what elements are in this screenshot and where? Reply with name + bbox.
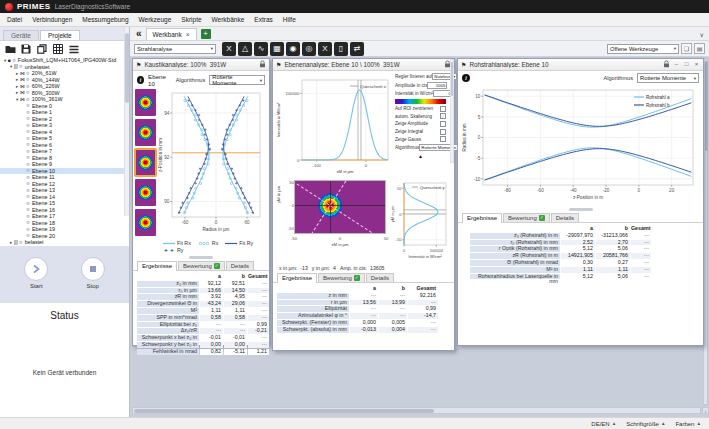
chevron-down-icon[interactable]: ∨ (700, 31, 709, 40)
table-row[interactable]: SPP in mm*mrad0,580,58--- (137, 315, 269, 321)
minimize-icon[interactable]: – (673, 61, 680, 68)
scroll-right-arrow-icon[interactable]: › (702, 407, 709, 414)
table-row[interactable]: Schwerpkt. (Fenster) in mm0,0000,005--- (277, 320, 454, 326)
menu-skripte[interactable]: Skripte (176, 14, 206, 25)
table-row[interactable]: z₀ (Rohstrahl) in m-29097,970-31213,066-… (470, 233, 703, 239)
autom-skalierung-checkbox[interactable]: ✓ (440, 113, 446, 119)
table-row[interactable]: z in mm------92,216 (277, 293, 454, 299)
menu-messumgebung[interactable]: Messumgebung (77, 14, 133, 25)
tab-geraete[interactable]: Geräte (3, 30, 39, 40)
cross-section-y-chart[interactable]: 0100000500-50Intensität in W/cm²yM in µm… (390, 179, 452, 263)
rohstrahl-window-header[interactable]: ⚑ Rohstrahlanalyse: Ebene 10 – □ × (458, 59, 703, 71)
ring-tool-icon[interactable]: ◎ (302, 42, 316, 56)
zeige-integral-checkbox[interactable] (440, 129, 446, 135)
table-row[interactable]: M²1,111,11--- (137, 308, 269, 314)
beam-intensity-map[interactable] (294, 180, 386, 234)
roi-zentrieren-checkbox[interactable] (440, 106, 446, 112)
tab-details[interactable]: Details (551, 213, 579, 222)
menu-datei[interactable]: Datei (2, 14, 27, 25)
start-button[interactable] (24, 257, 48, 281)
tree-item[interactable]: ▾■⚙FokusShift_LQM+H17064_IPG400W-Std (0, 57, 129, 64)
tab-ergebnisse[interactable]: Ergebnisse (137, 261, 177, 271)
controls-scrollbar[interactable] (450, 59, 454, 163)
tree-scrollbar[interactable] (124, 27, 129, 216)
collapse-controls-icon[interactable]: ▲ (395, 153, 446, 159)
algorithmus-select[interactable]: Rotierte Momente▾ (419, 144, 461, 151)
kaustik-algorithm-select[interactable]: Rotierte Momente▾ (209, 75, 265, 85)
analysis-type-select[interactable]: Strahlanalyse▾ (134, 44, 216, 54)
plane-thumbnail[interactable] (135, 149, 156, 176)
zeige-amplitude-checkbox[interactable] (440, 121, 446, 127)
tab-bewertung[interactable]: Bewertung✓ (503, 213, 550, 222)
table-row[interactable]: Schwerpkt. (absolut) in mm-0,0130,004--- (277, 327, 454, 333)
close-tab-icon[interactable]: × (186, 31, 190, 38)
plane-thumbnail[interactable] (135, 209, 156, 236)
zeige-gauss-checkbox[interactable] (440, 136, 446, 142)
statusbar-fontsize[interactable]: Schriftgröße▲ (626, 421, 665, 427)
splitter-handle[interactable] (569, 208, 593, 211)
close-icon[interactable]: × (693, 61, 700, 68)
tab-projekte[interactable]: Projekte (40, 30, 80, 40)
tree-item[interactable]: ▸|||⚙belastet (0, 239, 129, 246)
table-row[interactable]: z₀ in mm92,1292,51--- (137, 281, 269, 287)
folder-icon[interactable] (4, 43, 16, 55)
menu-werkbaenke[interactable]: Werkbänke (207, 14, 250, 25)
tab-ergebnisse[interactable]: Ergebnisse (277, 273, 317, 283)
caustic-chart[interactable]: -60060909294Radius in µmz-Position in mm (158, 89, 266, 239)
tab-details[interactable]: Details (226, 261, 254, 270)
table-row[interactable]: Elliptizität bei z₀------0,99 (137, 322, 269, 328)
table-row[interactable]: Θ (Rohstrahl) in mrad0,300,27--- (470, 260, 703, 266)
cross-section-x-chart[interactable]: -10000100000xM in µmIntensität in W/cm²Q… (276, 73, 394, 177)
tab-ergebnisse[interactable]: Ergebnisse (462, 213, 502, 223)
tab-bewertung[interactable]: Bewertung✓ (318, 273, 365, 282)
table-row[interactable]: Fehlwinkel in mrad0,82-5,111,21 (137, 349, 269, 355)
table-icon[interactable] (52, 43, 64, 55)
menu-verbindungen[interactable]: Verbindungen (27, 14, 77, 25)
splitter-handle[interactable] (189, 256, 213, 259)
plane-thumbnail[interactable] (135, 179, 156, 206)
table-row[interactable]: r₀ in µm13,6614,50--- (137, 288, 269, 294)
bars-tool-icon[interactable]: ▯ (334, 42, 348, 56)
save-icon[interactable] (20, 43, 32, 55)
table-row[interactable]: Rohstrahlradius bei Laserquelle in mm5,1… (470, 274, 703, 280)
beam-map[interactable]: yM in µm 50 0 -50 -50 0 50 xM in µm (276, 179, 390, 263)
sliders-tool-icon[interactable]: ⇄ (350, 42, 364, 56)
grid-tool-icon[interactable]: ▦ (270, 42, 284, 56)
target-tool-icon[interactable]: ◉ (286, 42, 300, 56)
table-row[interactable]: M² in1,111,11--- (470, 267, 703, 273)
x-axis-tool-icon[interactable]: X (222, 42, 236, 56)
add-workbench-button[interactable]: + (201, 29, 211, 39)
plane-thumbnail[interactable] (135, 119, 156, 146)
copy-icon[interactable] (36, 43, 48, 55)
info-icon[interactable]: i (137, 76, 144, 84)
open-tools-select[interactable]: Offene Werkzeuge▾ (607, 44, 679, 54)
prism-tool-icon[interactable]: △ (238, 42, 252, 56)
window-tile-icon[interactable]: ▤ (694, 43, 705, 54)
ebenen-window-header[interactable]: ⚑ Ebenenanalyse: Ebene 10 \ 100%_391W (273, 59, 454, 71)
table-row[interactable]: Divergenzwinkel Θ in mrad43,2429,06--- (137, 301, 269, 307)
maximize-icon[interactable]: □ (683, 61, 690, 68)
info-icon[interactable]: i (462, 74, 470, 82)
stop-button[interactable] (81, 257, 105, 281)
menu-hilfe[interactable]: Hilfe (278, 14, 301, 25)
plane-thumbnail[interactable] (135, 89, 156, 116)
raw-beam-chart[interactable]: -80-60-40-200201050-5-10z-Position in mR… (462, 85, 700, 207)
statusbar-colors[interactable]: Farben▲ (675, 421, 701, 427)
statusbar-language[interactable]: DE/EN▲ (591, 421, 616, 427)
tab-bewertung[interactable]: Bewertung✓ (178, 261, 225, 270)
collapse-sidebar-icon[interactable]: « (130, 29, 146, 40)
menu-werkzeuge[interactable]: Werkzeuge (134, 14, 177, 25)
horizontal-scrollbar[interactable] (132, 407, 701, 414)
menu-extras[interactable]: Extras (249, 14, 277, 25)
list-icon[interactable] (68, 43, 80, 55)
window-arrange-icon[interactable]: ❏ (681, 43, 692, 54)
amplitude-input[interactable]: 1005 (427, 82, 447, 89)
rohstrahl-algorithm-select[interactable]: Rotierte Momente▾ (637, 73, 699, 83)
chart-tool-icon[interactable]: ∿ (254, 42, 268, 56)
tab-werkbank[interactable]: Werkbank × (146, 28, 197, 40)
lock-icon[interactable] (663, 60, 670, 70)
kaustik-window-header[interactable]: ⚑ Kaustikanalyse: 100%_391W (133, 59, 269, 71)
lock-icon[interactable] (259, 60, 266, 70)
x-offset-tool-icon[interactable]: X (318, 42, 332, 56)
table-row[interactable]: Schwerpunkt y bei z₀ in mm0,000,00--- (137, 342, 269, 348)
